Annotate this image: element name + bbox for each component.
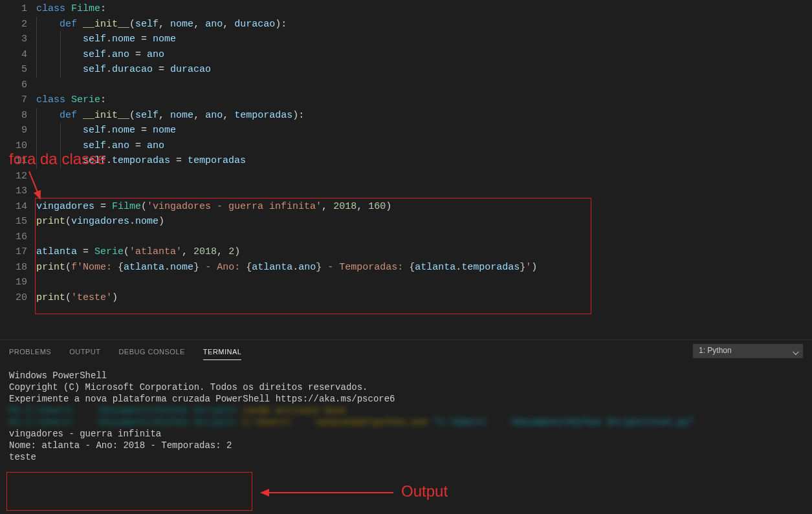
number: 2018 xyxy=(333,201,357,212)
number: 160 xyxy=(368,201,386,212)
string: 'vingadores - guerra infinita' xyxy=(147,201,322,212)
line-number: 5 xyxy=(0,62,27,78)
line-number: 14 xyxy=(0,199,27,215)
punct: : xyxy=(100,94,106,105)
terminal-line: Experimente a nova plataforma cruzada Po… xyxy=(9,393,803,405)
builtin: print xyxy=(36,216,65,227)
line-number: 4 xyxy=(0,47,27,63)
self: self xyxy=(83,49,106,60)
line-number: 6 xyxy=(0,78,27,93)
var: duracao xyxy=(170,64,211,75)
keyword: def xyxy=(60,110,77,121)
attr: ano xyxy=(112,49,129,60)
line-number: 16 xyxy=(0,230,27,245)
function-name: __init__ xyxy=(83,110,129,121)
attr: nome xyxy=(135,216,159,227)
var: temporadas xyxy=(188,155,246,166)
punct: : xyxy=(100,3,106,14)
keyword: class xyxy=(36,94,65,105)
line-number-gutter: 1234567891011121314151617181920 xyxy=(0,0,36,339)
tab-output[interactable]: OUTPUT xyxy=(69,343,100,359)
param: self xyxy=(135,110,159,121)
line-number: 20 xyxy=(0,290,27,306)
class-name: Serie xyxy=(94,246,124,257)
param: duracao xyxy=(234,19,275,30)
terminal-line: Copyright (C) Microsoft Corporation. Tod… xyxy=(9,381,803,393)
terminal-line-blurred: PS C:\Users\ \Documents\Python Scripts> … xyxy=(9,405,803,416)
param: ano xyxy=(205,110,223,121)
terminal-line: teste xyxy=(9,451,803,463)
self: self xyxy=(83,125,106,136)
line-number: 13 xyxy=(0,184,27,199)
code-editor[interactable]: 1234567891011121314151617181920 class Fi… xyxy=(0,0,812,339)
keyword: class xyxy=(36,3,65,14)
param: nome xyxy=(170,110,193,121)
string: f'Nome: xyxy=(71,262,118,273)
line-number: 1 xyxy=(0,1,27,17)
var: ano xyxy=(147,140,164,151)
self: self xyxy=(83,34,106,45)
panel-tabbar: PROBLEMS OUTPUT DEBUG CONSOLE TERMINAL 1… xyxy=(0,340,812,362)
builtin: print xyxy=(36,262,65,273)
terminal-output[interactable]: Windows PowerShellCopyright (C) Microsof… xyxy=(0,362,812,514)
param: ano xyxy=(205,19,223,30)
param: nome xyxy=(170,19,193,30)
line-number: 17 xyxy=(0,244,27,260)
terminal-selector[interactable]: 1: Python xyxy=(693,344,803,358)
class-name: Filme xyxy=(112,201,141,212)
attr: nome xyxy=(112,125,135,136)
code-area[interactable]: class Filme: def __init__(self, nome, an… xyxy=(36,0,812,339)
var: atlanta xyxy=(252,262,292,273)
attr: ano xyxy=(298,262,316,273)
attr: temporadas xyxy=(112,155,170,166)
builtin: print xyxy=(36,292,65,303)
bottom-panel: PROBLEMS OUTPUT DEBUG CONSOLE TERMINAL 1… xyxy=(0,339,812,514)
line-number: 15 xyxy=(0,214,27,230)
terminal-selector-label: 1: Python xyxy=(699,346,732,355)
line-number: 19 xyxy=(0,275,27,290)
keyword: def xyxy=(60,19,77,30)
self: self xyxy=(83,155,106,166)
string: - Temporadas: xyxy=(322,262,409,273)
param: temporadas xyxy=(234,110,292,121)
terminal-line-blurred: PS C:\Users\ \Documents\Python Scripts> … xyxy=(9,416,803,428)
line-number: 10 xyxy=(0,138,27,154)
line-number: 11 xyxy=(0,153,27,169)
attr: ano xyxy=(112,140,129,151)
attr: temporadas xyxy=(461,262,520,273)
param: self xyxy=(135,19,159,30)
terminal-line: Windows PowerShell xyxy=(9,370,803,381)
var: atlanta xyxy=(415,262,455,273)
attr: duracao xyxy=(112,64,153,75)
line-number: 3 xyxy=(0,32,27,47)
attr: nome xyxy=(112,34,135,45)
line-number: 2 xyxy=(0,17,27,32)
var: atlanta xyxy=(36,246,77,257)
string: 'atlanta' xyxy=(129,246,182,257)
tab-debug-console[interactable]: DEBUG CONSOLE xyxy=(118,343,184,359)
class-name: Serie xyxy=(71,94,100,105)
number: 2018 xyxy=(193,246,217,257)
terminal-line: vingadores - guerra infinita xyxy=(9,428,803,440)
var: atlanta xyxy=(124,262,164,273)
self: self xyxy=(83,140,106,151)
attr: nome xyxy=(170,262,193,273)
line-number: 18 xyxy=(0,260,27,275)
line-number: 8 xyxy=(0,108,27,123)
class-name: Filme xyxy=(71,3,100,14)
line-number: 7 xyxy=(0,92,27,108)
tab-problems[interactable]: PROBLEMS xyxy=(9,343,51,359)
var: ano xyxy=(147,49,164,60)
line-number: 12 xyxy=(0,169,27,184)
line-number: 9 xyxy=(0,123,27,138)
string: 'teste' xyxy=(71,292,112,303)
var: vingadores xyxy=(36,201,94,212)
number: 2 xyxy=(228,246,234,257)
var: vingadores xyxy=(71,216,129,227)
var: nome xyxy=(153,34,176,45)
terminal-line: Nome: atlanta - Ano: 2018 - Temporadas: … xyxy=(9,440,803,451)
var: nome xyxy=(153,125,176,136)
string: ' xyxy=(525,262,531,273)
function-name: __init__ xyxy=(83,19,129,30)
tab-terminal[interactable]: TERMINAL xyxy=(203,343,242,360)
